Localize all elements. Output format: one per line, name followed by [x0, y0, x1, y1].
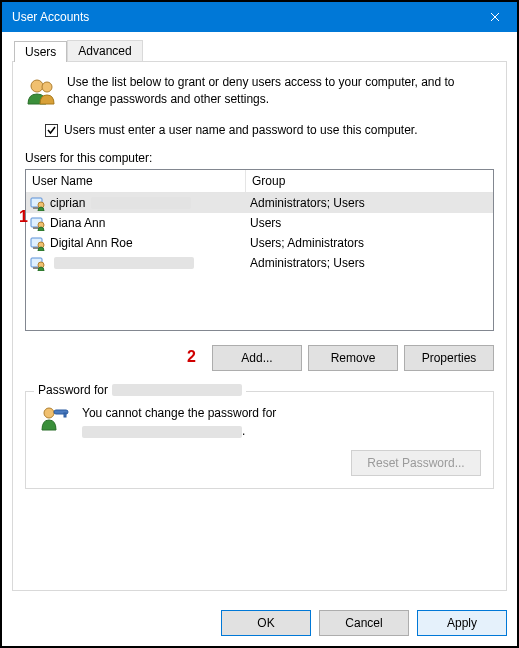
tab-panel-users: Use the list below to grant or deny user…: [12, 61, 507, 591]
svg-point-0: [31, 80, 43, 92]
window-title: User Accounts: [12, 10, 89, 24]
svg-point-1: [42, 82, 52, 92]
users-list-label: Users for this computer:: [25, 151, 494, 165]
password-section-legend: Password for: [34, 383, 246, 397]
user-account-icon: [30, 215, 46, 231]
tab-advanced[interactable]: Advanced: [67, 40, 142, 61]
key-user-icon: [38, 404, 70, 439]
reset-password-button: Reset Password...: [351, 450, 481, 476]
table-row[interactable]: Digital Ann RoeUsers; Administrators: [26, 233, 493, 253]
add-button[interactable]: Add...: [212, 345, 302, 371]
users-icon: [25, 76, 57, 111]
cell-group: Administrators; Users: [250, 256, 489, 270]
require-credentials-checkbox[interactable]: [45, 124, 58, 137]
tab-users[interactable]: Users: [14, 41, 67, 62]
redacted-username-message: [82, 426, 242, 438]
table-row[interactable]: Diana AnnUsers: [26, 213, 493, 233]
tab-strip: Users Advanced: [12, 40, 507, 61]
user-account-icon: [30, 235, 46, 251]
require-credentials-checkbox-row: Users must enter a user name and passwor…: [45, 123, 494, 137]
intro-text: Use the list below to grant or deny user…: [67, 74, 494, 108]
client-area: Users Advanced Use the list below to gra…: [2, 32, 517, 601]
cell-group: Administrators; Users: [250, 196, 489, 210]
close-button[interactable]: [472, 2, 517, 32]
user-account-icon: [30, 195, 46, 211]
redacted-text: [54, 257, 194, 269]
password-message: You cannot change the password for .: [82, 404, 276, 440]
require-credentials-label: Users must enter a user name and passwor…: [64, 123, 418, 137]
table-row[interactable]: Administrators; Users: [26, 253, 493, 273]
table-row[interactable]: ciprianAdministrators; Users: [26, 193, 493, 213]
cancel-button[interactable]: Cancel: [319, 610, 409, 636]
svg-point-14: [44, 408, 54, 418]
title-bar: User Accounts: [2, 2, 517, 32]
col-header-username[interactable]: User Name: [26, 170, 246, 192]
checkmark-icon: [46, 125, 57, 136]
user-action-buttons: 2 Add... Remove Properties: [25, 345, 494, 371]
redacted-username-legend: [112, 384, 242, 396]
close-icon: [490, 12, 500, 22]
cell-username: Diana Ann: [30, 215, 250, 231]
apply-button[interactable]: Apply: [417, 610, 507, 636]
properties-button[interactable]: Properties: [404, 345, 494, 371]
cell-username: Digital Ann Roe: [30, 235, 250, 251]
col-header-group[interactable]: Group: [246, 170, 493, 192]
cell-username: ciprian: [30, 195, 250, 211]
redacted-text: [91, 197, 191, 209]
listview-header: User Name Group: [26, 170, 493, 193]
intro-row: Use the list below to grant or deny user…: [25, 74, 494, 111]
ok-button[interactable]: OK: [221, 610, 311, 636]
password-section: Password for You cannot change the passw…: [25, 391, 494, 489]
cell-group: Users: [250, 216, 489, 230]
dialog-buttons: OK Cancel Apply: [221, 610, 507, 636]
annotation-2: 2: [187, 348, 196, 366]
user-account-icon: [30, 255, 46, 271]
cell-username: [30, 255, 250, 271]
svg-rect-16: [64, 413, 66, 417]
annotation-1: 1: [19, 208, 28, 226]
users-listview[interactable]: User Name Group ciprianAdministrators; U…: [25, 169, 494, 331]
cell-group: Users; Administrators: [250, 236, 489, 250]
remove-button[interactable]: Remove: [308, 345, 398, 371]
